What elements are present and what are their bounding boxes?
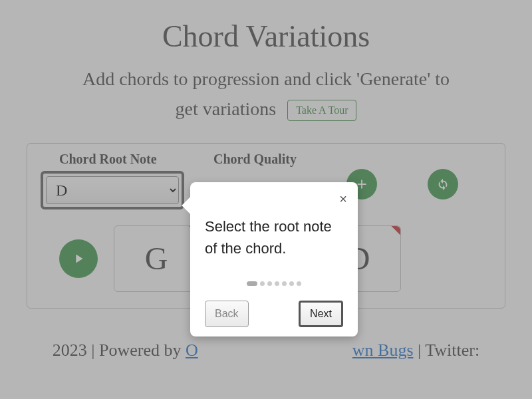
tour-popover: × Select the root note of the chord. Bac… xyxy=(190,182,358,336)
dot-icon xyxy=(297,281,301,286)
dot-icon xyxy=(267,281,272,286)
popover-back-button[interactable]: Back xyxy=(205,301,249,327)
popover-progress-dots xyxy=(205,277,343,289)
popover-close-button[interactable]: × xyxy=(339,192,347,207)
popover-next-button[interactable]: Next xyxy=(299,301,343,327)
dot-icon xyxy=(282,281,287,286)
close-icon: × xyxy=(339,192,347,206)
popover-text: Select the root note of the chord. xyxy=(205,215,343,259)
dot-icon xyxy=(289,281,294,286)
dot-icon xyxy=(275,281,279,286)
dot-icon xyxy=(260,281,265,286)
dot-icon xyxy=(247,281,257,286)
